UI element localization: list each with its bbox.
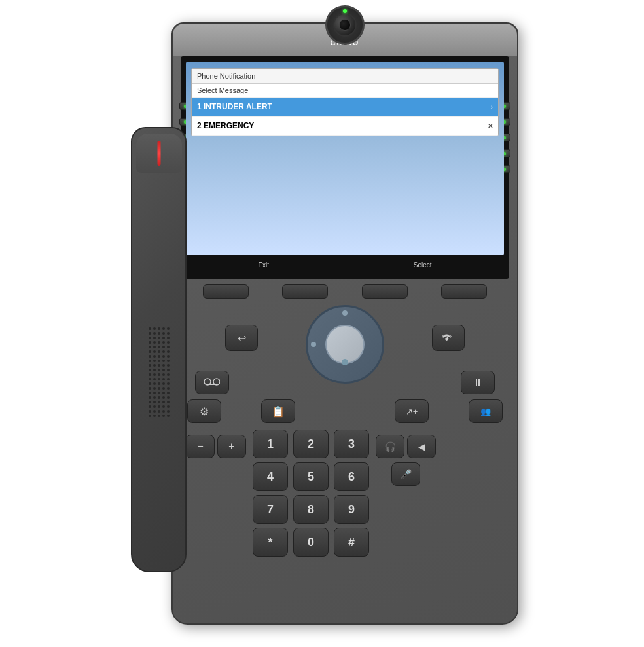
volume-down-button[interactable]: − xyxy=(186,435,215,458)
key-6[interactable]: 6 xyxy=(334,462,369,491)
dialog-subtitle: Select Message xyxy=(192,84,498,98)
volume-up-button[interactable]: + xyxy=(217,435,246,458)
key-5[interactable]: 5 xyxy=(293,462,329,491)
handset xyxy=(131,127,187,572)
conference-button[interactable]: 👥 xyxy=(469,399,503,423)
settings-icon: ⚙ xyxy=(200,405,209,418)
back-button[interactable]: ↩ xyxy=(225,325,258,351)
bottom-softkey-2[interactable] xyxy=(282,284,328,299)
phone-device: ıllıllı CISCO xyxy=(119,22,525,625)
headset-icon: 🎧 xyxy=(385,441,396,452)
camera-indicator-light xyxy=(343,9,347,13)
handset-earpiece xyxy=(136,134,182,173)
volume-up-icon: + xyxy=(228,441,234,453)
transfer-icon: ↗+ xyxy=(406,407,418,416)
camera-mount xyxy=(325,5,365,45)
mute-icon: 🎤 xyxy=(401,469,412,479)
screen-display: Phone Notification Select Message 1 INTR… xyxy=(186,62,504,255)
voicemail-button[interactable] xyxy=(195,371,229,394)
voicemail-icon xyxy=(204,377,220,389)
dialog-item-1[interactable]: 1 INTRUDER ALERT › xyxy=(192,98,498,117)
phone-body: ıllıllı CISCO xyxy=(171,22,518,625)
key-1[interactable]: 1 xyxy=(253,430,288,458)
dialog-arrow-2: ✕ xyxy=(488,122,493,130)
settings-button[interactable]: ⚙ xyxy=(187,399,221,423)
key-8[interactable]: 8 xyxy=(293,495,329,524)
conference-icon: 👥 xyxy=(480,407,491,416)
contacts-button[interactable]: 📋 xyxy=(261,399,295,423)
contacts-icon: 📋 xyxy=(272,405,285,418)
key-9[interactable]: 9 xyxy=(334,495,369,524)
camera-lens xyxy=(333,13,357,37)
transfer-button[interactable]: ↗+ xyxy=(395,399,429,423)
handset-speaker xyxy=(135,173,183,571)
screen-area: Phone Notification Select Message 1 INTR… xyxy=(181,56,509,279)
back-icon: ↩ xyxy=(238,332,246,344)
navigation-bottom-dot xyxy=(342,359,348,365)
notification-dialog: Phone Notification Select Message 1 INTR… xyxy=(191,68,499,136)
end-call-icon xyxy=(442,331,455,344)
camera-inner-lens xyxy=(339,19,351,31)
dialog-title: Phone Notification xyxy=(192,69,498,84)
softkeys-row xyxy=(186,284,504,299)
key-0[interactable]: 0 xyxy=(293,528,329,557)
digit-keypad: 1 2 3 4 5 6 7 8 9 * xyxy=(253,430,369,557)
hold-icon: ⏸ xyxy=(473,377,483,388)
exit-button-label[interactable]: Exit xyxy=(258,261,269,268)
keypad-area: ⏸ ⚙ 📋 ↗+ 👥 xyxy=(186,371,504,557)
navigation-center-button[interactable] xyxy=(325,325,365,364)
bottom-softkey-3[interactable] xyxy=(362,284,408,299)
key-4[interactable]: 4 xyxy=(253,462,288,491)
mute-button[interactable]: 🎤 xyxy=(391,462,420,486)
key-hash[interactable]: # xyxy=(334,528,369,557)
headset-button[interactable]: 🎧 xyxy=(376,435,404,458)
svg-rect-2 xyxy=(207,384,217,385)
hold-button[interactable]: ⏸ xyxy=(461,371,495,394)
speaker-icon: ◀ xyxy=(418,441,425,452)
screen-bottom-bar: Exit Select xyxy=(186,255,504,274)
dialog-item-2[interactable]: 2 EMERGENCY ✕ xyxy=(192,117,498,136)
key-3[interactable]: 3 xyxy=(334,430,369,458)
handset-indicator-light xyxy=(157,141,160,166)
speaker-button[interactable]: ◀ xyxy=(407,435,436,458)
key-2[interactable]: 2 xyxy=(293,430,329,458)
volume-down-icon: − xyxy=(197,441,203,453)
key-star[interactable]: * xyxy=(253,528,288,557)
dialog-arrow-1: › xyxy=(491,103,493,111)
bottom-softkey-4[interactable] xyxy=(441,284,487,299)
end-call-button[interactable] xyxy=(432,325,465,351)
key-7[interactable]: 7 xyxy=(253,495,288,524)
bottom-softkey-1[interactable] xyxy=(203,284,249,299)
select-button-label[interactable]: Select xyxy=(414,261,432,268)
